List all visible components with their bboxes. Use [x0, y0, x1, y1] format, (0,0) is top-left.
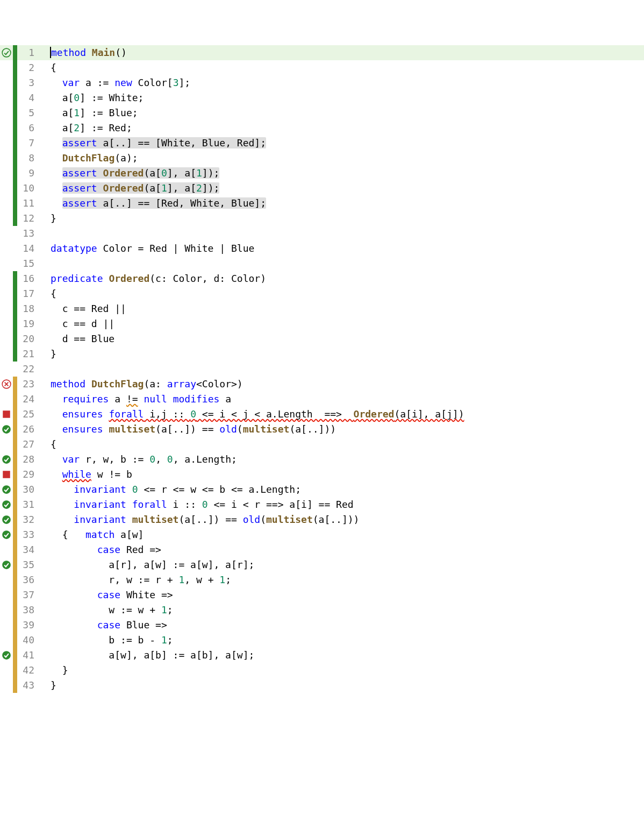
- code-content[interactable]: ensures forall i,j :: 0 <= i < j < a.Len…: [41, 407, 644, 422]
- code-line[interactable]: 22: [0, 362, 644, 377]
- code-line[interactable]: 8 DutchFlag(a);: [0, 151, 644, 166]
- code-content[interactable]: assert a[..] == [Red, White, Blue];: [41, 196, 644, 211]
- code-token: Ordered: [103, 182, 144, 194]
- code-content[interactable]: d == Blue: [41, 331, 644, 346]
- code-line[interactable]: 28 var r, w, b := 0, 0, a.Length;: [0, 452, 644, 467]
- code-content[interactable]: a[r], a[w] := a[w], a[r];: [41, 557, 644, 572]
- code-token: forall i,j :: 0 <= i < j < a.Length ==>: [109, 408, 353, 420]
- code-line[interactable]: 9 assert Ordered(a[0], a[1]);: [0, 166, 644, 181]
- code-line[interactable]: 10 assert Ordered(a[1], a[2]);: [0, 181, 644, 196]
- code-line[interactable]: 37 case White =>: [0, 587, 644, 603]
- code-line[interactable]: 39 case Blue =>: [0, 618, 644, 633]
- code-content[interactable]: while w != b: [41, 467, 644, 482]
- code-content[interactable]: method DutchFlag(a: array<Color>): [41, 377, 644, 392]
- code-content[interactable]: datatype Color = Red | White | Blue: [41, 241, 644, 256]
- code-line[interactable]: 1method Main(): [0, 45, 644, 60]
- code-line[interactable]: 41 a[w], a[b] := a[b], a[w];: [0, 648, 644, 663]
- line-number: 17: [17, 286, 41, 301]
- code-content[interactable]: r, w := r + 1, w + 1;: [41, 572, 644, 587]
- code-token: old: [243, 514, 261, 525]
- code-content[interactable]: var r, w, b := 0, 0, a.Length;: [41, 452, 644, 467]
- code-line[interactable]: 18 c == Red ||: [0, 301, 644, 316]
- code-content[interactable]: var a := new Color[3];: [41, 75, 644, 90]
- code-line[interactable]: 19 c == d ||: [0, 316, 644, 331]
- code-line[interactable]: 42 }: [0, 663, 644, 678]
- code-content[interactable]: }: [41, 678, 644, 693]
- code-line[interactable]: 3 var a := new Color[3];: [0, 75, 644, 90]
- code-content[interactable]: invariant multiset(a[..]) == old(multise…: [41, 512, 644, 527]
- code-token: 0: [132, 484, 138, 495]
- code-content[interactable]: case Red =>: [41, 542, 644, 557]
- code-line[interactable]: 33 { match a[w]: [0, 527, 644, 542]
- code-content[interactable]: c == d ||: [41, 316, 644, 331]
- code-content[interactable]: a[1] := Blue;: [41, 105, 644, 121]
- code-line[interactable]: 6 a[2] := Red;: [0, 121, 644, 136]
- code-line[interactable]: 20 d == Blue: [0, 331, 644, 346]
- code-line[interactable]: 12}: [0, 211, 644, 226]
- code-token: [51, 454, 62, 465]
- code-line[interactable]: 24 requires a != null modifies a: [0, 392, 644, 407]
- code-content[interactable]: a[0] := White;: [41, 90, 644, 105]
- code-line[interactable]: 17{: [0, 286, 644, 301]
- line-number: 30: [17, 482, 41, 497]
- code-line[interactable]: 25 ensures forall i,j :: 0 <= i < j < a.…: [0, 407, 644, 422]
- code-content[interactable]: DutchFlag(a);: [41, 151, 644, 166]
- code-line[interactable]: 5 a[1] := Blue;: [0, 105, 644, 121]
- code-content[interactable]: assert a[..] == [White, Blue, Red];: [41, 136, 644, 151]
- code-content[interactable]: { match a[w]: [41, 527, 644, 542]
- code-content[interactable]: assert Ordered(a[0], a[1]);: [41, 166, 644, 181]
- code-content[interactable]: invariant forall i :: 0 <= i < r ==> a[i…: [41, 497, 644, 512]
- code-content[interactable]: [41, 256, 644, 271]
- code-line[interactable]: 15: [0, 256, 644, 271]
- code-token: (a[i], a[j]): [394, 408, 464, 420]
- verification-status-bar: [13, 377, 17, 392]
- code-content[interactable]: assert Ordered(a[1], a[2]);: [41, 181, 644, 196]
- code-line[interactable]: 14datatype Color = Red | White | Blue: [0, 241, 644, 256]
- code-line[interactable]: 43}: [0, 678, 644, 693]
- code-line[interactable]: 4 a[0] := White;: [0, 90, 644, 105]
- code-editor[interactable]: 1method Main()2{3 var a := new Color[3];…: [0, 45, 644, 693]
- code-line[interactable]: 31 invariant forall i :: 0 <= i < r ==> …: [0, 497, 644, 512]
- code-line[interactable]: 13: [0, 226, 644, 241]
- code-line[interactable]: 38 w := w + 1;: [0, 603, 644, 618]
- code-content[interactable]: {: [41, 437, 644, 452]
- code-content[interactable]: a[w], a[b] := a[b], a[w];: [41, 648, 644, 663]
- code-content[interactable]: {: [41, 60, 644, 75]
- code-line[interactable]: 7 assert a[..] == [White, Blue, Red];: [0, 136, 644, 151]
- code-content[interactable]: predicate Ordered(c: Color, d: Color): [41, 271, 644, 286]
- code-content[interactable]: [41, 226, 644, 241]
- code-content[interactable]: case Blue =>: [41, 618, 644, 633]
- code-content[interactable]: {: [41, 286, 644, 301]
- code-content[interactable]: }: [41, 346, 644, 362]
- code-content[interactable]: invariant 0 <= r <= w <= b <= a.Length;: [41, 482, 644, 497]
- code-content[interactable]: ensures multiset(a[..]) == old(multiset(…: [41, 422, 644, 437]
- code-token: a[: [51, 107, 74, 118]
- code-line[interactable]: 2{: [0, 60, 644, 75]
- code-content[interactable]: c == Red ||: [41, 301, 644, 316]
- code-content[interactable]: [41, 362, 644, 377]
- code-line[interactable]: 29 while w != b: [0, 467, 644, 482]
- code-content[interactable]: case White =>: [41, 587, 644, 603]
- code-content[interactable]: requires a != null modifies a: [41, 392, 644, 407]
- code-content[interactable]: a[2] := Red;: [41, 121, 644, 136]
- code-content[interactable]: }: [41, 663, 644, 678]
- code-line[interactable]: 40 b := b - 1;: [0, 633, 644, 648]
- code-line[interactable]: 23method DutchFlag(a: array<Color>): [0, 377, 644, 392]
- code-line[interactable]: 34 case Red =>: [0, 542, 644, 557]
- code-line[interactable]: 16predicate Ordered(c: Color, d: Color): [0, 271, 644, 286]
- code-content[interactable]: }: [41, 211, 644, 226]
- gutter-spacer: [0, 271, 13, 286]
- code-content[interactable]: b := b - 1;: [41, 633, 644, 648]
- code-line[interactable]: 27{: [0, 437, 644, 452]
- code-line[interactable]: 26 ensures multiset(a[..]) == old(multis…: [0, 422, 644, 437]
- code-line[interactable]: 21}: [0, 346, 644, 362]
- code-line[interactable]: 32 invariant multiset(a[..]) == old(mult…: [0, 512, 644, 527]
- code-token: multiset: [243, 423, 290, 435]
- code-line[interactable]: 36 r, w := r + 1, w + 1;: [0, 572, 644, 587]
- code-content[interactable]: w := w + 1;: [41, 603, 644, 618]
- code-line[interactable]: 35 a[r], a[w] := a[w], a[r];: [0, 557, 644, 572]
- verification-status-bar: [13, 286, 17, 301]
- code-line[interactable]: 30 invariant 0 <= r <= w <= b <= a.Lengt…: [0, 482, 644, 497]
- code-line[interactable]: 11 assert a[..] == [Red, White, Blue];: [0, 196, 644, 211]
- code-content[interactable]: method Main(): [41, 45, 644, 60]
